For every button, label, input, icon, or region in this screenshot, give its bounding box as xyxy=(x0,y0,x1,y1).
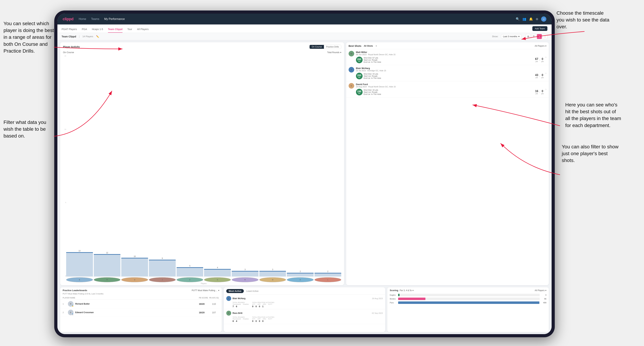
tab-pgat-players[interactable]: PGAT Players xyxy=(62,28,77,33)
scoring-players-dropdown[interactable]: All Players ▾ xyxy=(534,289,546,292)
bar-9[interactable] xyxy=(314,273,341,276)
bar-2[interactable] xyxy=(121,258,148,276)
nav-home[interactable]: Home xyxy=(79,17,86,21)
active-players-list: B Blair McHarg 26 Aug 2023 Total Rounds … xyxy=(224,295,385,324)
heart-view-button[interactable]: ♥ xyxy=(537,34,542,39)
leaderboard-row-0[interactable]: 1 R 🥇 Richard Butler 19/20 110 xyxy=(60,300,222,308)
scoring-val-1: 96 xyxy=(541,298,546,300)
shots-players-dropdown[interactable]: All Players ▾ xyxy=(534,45,546,47)
bar-col-4: 5 xyxy=(176,55,203,276)
active-player-row-1[interactable]: R Rees Britt 02 Sep 2023 Total Rounds To… xyxy=(224,309,385,324)
tab-pga[interactable]: PGA xyxy=(82,28,87,33)
most-active-tab[interactable]: Most Active xyxy=(226,289,244,293)
nav-my-performance[interactable]: My Performance xyxy=(104,17,125,21)
y-label-0: 0 xyxy=(63,275,66,277)
users-icon[interactable]: 👥 xyxy=(522,17,526,21)
lb-avg-1: 107 xyxy=(209,311,219,314)
filter-view-button[interactable]: ⋮ xyxy=(542,34,548,39)
user-avatar[interactable]: U xyxy=(541,16,546,22)
scoring-bar-row-0: Eagles 3 xyxy=(390,294,546,296)
annotation-filter: Filter what data you wish the table to b… xyxy=(4,119,54,140)
tab-tour[interactable]: Tour xyxy=(128,28,132,33)
nav-teams[interactable]: Teams xyxy=(91,17,99,21)
lb-score-1: 18/20 xyxy=(196,311,207,314)
player-avatar-3: J xyxy=(149,277,176,282)
shot-chevron-1[interactable]: › xyxy=(546,72,546,75)
chart-axis-line xyxy=(66,277,341,277)
grid-view-button[interactable]: ⊞ xyxy=(526,34,530,39)
bar-5[interactable] xyxy=(204,269,231,276)
least-active-tab[interactable]: Least Active xyxy=(244,289,261,293)
bell-icon[interactable]: 🔔 xyxy=(529,17,533,21)
shot-item-2[interactable]: D David Ford 24 Aug 2023 · Royal North D… xyxy=(346,81,549,97)
on-course-toggle[interactable]: On Course xyxy=(310,45,324,49)
shot-item-1[interactable]: B Blair McHarg 23 Jul 2023 · Ashridge GC… xyxy=(346,65,549,81)
bar-highlight-4 xyxy=(176,267,203,268)
shot-metric2-0: 0 yds xyxy=(541,57,544,62)
shot-avatar-1: B xyxy=(348,67,354,72)
bar-7[interactable] xyxy=(259,271,286,276)
bar-1[interactable] xyxy=(94,254,120,276)
leaderboard-dropdown-label: PUTT Must Make Putting ... xyxy=(192,289,218,292)
shot-chevron-2[interactable]: › xyxy=(546,88,546,91)
add-team-button[interactable]: Add Team xyxy=(532,26,548,31)
navbar-links: Home Teams My Performance xyxy=(79,17,510,21)
shots-filter: All Shots ▾ xyxy=(363,44,378,47)
player-avatar-9: L xyxy=(314,277,341,282)
plus-circle-icon[interactable]: ⊕ xyxy=(536,17,538,21)
rounds-stat-group-0: Total Rounds Tournament Practice 7 6 xyxy=(232,302,249,308)
bar-highlight-0 xyxy=(66,252,93,253)
practice-drills-toggle[interactable]: Practice Drills xyxy=(324,45,341,49)
scoring-filter-dropdown[interactable]: Par 3, 4 & 5s ▾ xyxy=(400,289,414,292)
scoring-track-2 xyxy=(398,302,540,304)
annotation-best-shots: Here you can see who's hit the best shot… xyxy=(565,101,621,129)
player-avatar-1: R xyxy=(94,277,120,282)
bar-col-8: 2 xyxy=(287,55,314,276)
lb-medal-0: 🥇 xyxy=(72,305,74,307)
shot-details-1: 200 SG Shot Dist: 43 yds Start Lie: Roug… xyxy=(356,73,544,79)
bar-8[interactable] xyxy=(287,273,314,276)
chart-metric-dropdown[interactable]: Total Rounds ▾ xyxy=(327,51,341,54)
active-player-top-0: B Blair McHarg 26 Aug 2023 xyxy=(226,296,383,301)
leaderboard-row-1[interactable]: 2 E 🥈 Edward Crossman 18/20 107 xyxy=(60,308,222,317)
annotation-filter-player: You can also filter to show just one pla… xyxy=(562,143,621,164)
active-player-row-0[interactable]: B Blair McHarg 26 Aug 2023 Total Rounds … xyxy=(224,295,385,309)
shot-badge-0: 200 SG xyxy=(356,57,362,63)
scoring-filter-label: Par 3, 4 & 5s xyxy=(400,289,412,292)
player-avatar-5: G xyxy=(204,277,231,282)
show-dropdown[interactable]: Last 3 months ▾ xyxy=(501,34,522,39)
tab-team-clippd[interactable]: Team Clippd xyxy=(108,28,122,33)
lb-medal-1: 🥈 xyxy=(72,313,74,316)
tab-all-players[interactable]: All Players xyxy=(137,28,148,33)
bar-3[interactable] xyxy=(149,260,176,276)
player-avatar-2: D xyxy=(121,277,148,282)
edit-icon[interactable]: ✏️ xyxy=(96,35,99,38)
player-avatar-0: B xyxy=(66,277,93,282)
shot-sep-1: / xyxy=(539,74,540,78)
shot-dist-info-1: Shot Dist: 43 yds Start Lie: Rough End L… xyxy=(364,73,534,79)
bar-0[interactable] xyxy=(66,252,93,276)
bar-value-8: 2 xyxy=(300,271,301,272)
tab-hcaps[interactable]: Hcaps 1-5 xyxy=(92,28,103,33)
bar-highlight-7 xyxy=(259,271,286,272)
shot-metric2-1: 0 yds xyxy=(541,74,544,78)
lb-player-name-0: Richard Butler xyxy=(75,303,195,305)
lb-avatar-1: E 🥈 xyxy=(68,310,74,315)
shot-item-0[interactable]: M Matt Miller 09 Jun 2023 · Royal North … xyxy=(346,49,549,65)
bar-4[interactable] xyxy=(176,267,203,276)
shot-avatar-0: M xyxy=(348,51,354,56)
col-player-name: PLAYER NAME xyxy=(63,297,198,299)
player-avatar-7: M xyxy=(259,277,286,282)
leaderboard-dropdown[interactable]: PUTT Must Make Putting ... ▾ xyxy=(192,289,219,292)
lb-score-0: 19/20 xyxy=(196,303,207,305)
subnav: PGAT Players PGA Hcaps 1-5 Team Clippd T… xyxy=(58,24,552,33)
bar-6[interactable] xyxy=(232,271,258,276)
list-view-button[interactable]: ☰ xyxy=(531,34,536,39)
search-icon[interactable]: 🔍 xyxy=(516,17,520,21)
shot-chevron-0[interactable]: › xyxy=(546,56,546,59)
player-activity-header: Player Activity On Course Practice Drill… xyxy=(60,42,344,50)
scoring-label-1: Birdies xyxy=(390,298,397,300)
on-course-label: On Course xyxy=(63,51,74,54)
shots-tab-all[interactable]: All Shots xyxy=(363,44,374,47)
lb-avg-0: 110 xyxy=(209,303,219,305)
